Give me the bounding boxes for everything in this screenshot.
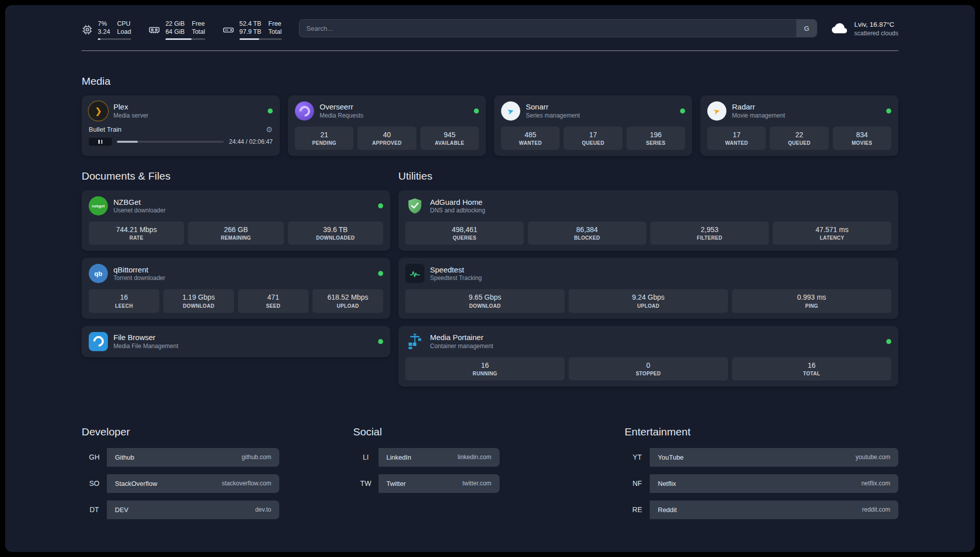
stat-queued: 17 QUEUED xyxy=(564,127,622,150)
service-name: Media Portainer xyxy=(430,332,493,343)
disk-icon xyxy=(222,24,234,36)
search-provider-button[interactable]: G xyxy=(797,20,817,37)
service-description: Usenet downloader xyxy=(113,207,165,215)
stat-wanted: 17 WANTED xyxy=(707,127,766,150)
disk-progress-bar xyxy=(239,38,282,40)
stat-download: 9.65 Gbps DOWNLOAD xyxy=(405,289,565,312)
memory-total: 64 GiB xyxy=(165,28,185,36)
dashboard-panel: 7% 3.24 CPU Load xyxy=(5,5,975,552)
bookmark-domain: twitter.com xyxy=(462,480,499,487)
service-name: Overseerr xyxy=(320,102,363,112)
section-title-entertainment: Entertainment xyxy=(625,426,898,438)
status-dot xyxy=(680,108,685,114)
nzbget-icon: nzbget xyxy=(89,196,108,215)
disk-label-top: Free xyxy=(268,20,281,28)
bookmark-twitter[interactable]: TW Twitter twitter.com xyxy=(353,474,500,493)
memory-icon xyxy=(148,24,160,36)
now-playing-widget: Bullet Train ⚙ 24:44 / 02:06:47 xyxy=(89,126,273,146)
playback-time: 24:44 / 02:06:47 xyxy=(229,138,273,145)
bookmark-linkedin[interactable]: LI LinkedIn linkedin.com xyxy=(353,448,500,467)
memory-label-top: Free xyxy=(192,20,205,28)
service-name: NZBGet xyxy=(113,197,165,207)
stat-leech: 16 LEECH xyxy=(89,289,159,312)
service-card-portainer[interactable]: Media Portainer Container management 16 … xyxy=(398,326,898,386)
stat-filtered: 2,953 FILTERED xyxy=(650,221,769,245)
service-card-qbittorrent[interactable]: qb qBittorrent Torrent downloader 16 LEE… xyxy=(82,258,390,318)
bookmark-domain: netflix.com xyxy=(862,480,898,487)
sonarr-icon: ➤ xyxy=(501,101,520,121)
service-description: Series management xyxy=(526,112,580,120)
service-name: Radarr xyxy=(732,102,785,112)
disk-total: 97.9 TB xyxy=(239,28,262,36)
service-description: Torrent downloader xyxy=(113,274,165,283)
status-dot xyxy=(886,339,891,344)
seek-bar[interactable] xyxy=(117,141,224,143)
bookmark-dev[interactable]: DT DEV dev.to xyxy=(82,500,279,519)
disk-widget: 52.4 TB 97.9 TB Free Total xyxy=(222,20,282,40)
section-title-social: Social xyxy=(353,426,625,438)
stat-movies: 834 MOVIES xyxy=(833,127,891,150)
portainer-icon xyxy=(405,332,424,351)
radarr-icon: ➤ xyxy=(707,101,726,121)
service-card-sonarr[interactable]: ➤ Sonarr Series management 485 WANTED 17… xyxy=(494,95,692,156)
pause-button[interactable] xyxy=(89,138,112,146)
cpu-label-bottom: Load xyxy=(117,28,131,36)
memory-label-bottom: Total xyxy=(192,28,205,36)
overseerr-icon xyxy=(295,101,314,121)
bookmark-name: DEV xyxy=(107,506,129,514)
cpu-icon xyxy=(82,24,93,35)
search-input[interactable] xyxy=(299,20,797,37)
stat-blocked: 86,384 BLOCKED xyxy=(528,221,646,245)
bookmark-reddit[interactable]: RE Reddit reddit.com xyxy=(625,500,898,519)
stat-upload: 618.52 Mbps UPLOAD xyxy=(313,289,383,312)
bookmark-github[interactable]: GH Github github.com xyxy=(82,448,279,467)
memory-free: 22 GiB xyxy=(165,20,185,28)
stat-available: 945 AVAILABLE xyxy=(420,127,479,150)
stat-remaining: 266 GB REMAINING xyxy=(188,221,283,245)
qbittorrent-icon: qb xyxy=(89,264,108,283)
service-card-plex[interactable]: ❯ Plex Media server Bullet Train ⚙ xyxy=(82,95,280,156)
service-name: File Browser xyxy=(113,332,178,343)
bookmark-name: Twitter xyxy=(379,480,406,487)
bookmark-group-entertainment: Entertainment YT YouTube youtube.com NF … xyxy=(625,426,898,527)
bookmark-youtube[interactable]: YT YouTube youtube.com xyxy=(625,448,898,467)
service-name: qBittorrent xyxy=(113,265,165,275)
bookmark-abbr: TW xyxy=(353,474,379,493)
weather-location: Lviv, 16.87°C xyxy=(854,20,898,29)
stat-queued: 22 QUEUED xyxy=(770,127,828,150)
bookmark-abbr: DT xyxy=(82,500,107,519)
bookmark-netflix[interactable]: NF Netflix netflix.com xyxy=(625,474,898,493)
service-card-speedtest[interactable]: Speedtest Speedtest Tracking 9.65 Gbps D… xyxy=(398,258,898,318)
documents-group: Documents & Files nzbget NZBGet Usenet d… xyxy=(82,170,390,364)
bookmark-abbr: RE xyxy=(625,500,650,519)
service-card-adguard[interactable]: AdGuard Home DNS and adblocking 498,461 … xyxy=(398,190,898,251)
search-bar: G xyxy=(299,19,817,37)
bookmark-stackoverflow[interactable]: SO StackOverflow stackoverflow.com xyxy=(82,474,279,493)
now-playing-title: Bullet Train xyxy=(89,126,121,133)
memory-progress-bar xyxy=(165,38,205,40)
bookmark-group-social: Social LI LinkedIn linkedin.com TW Twitt… xyxy=(353,426,625,527)
stat-rate: 744.21 Mbps RATE xyxy=(89,221,184,245)
service-description: Media File Management xyxy=(113,343,178,351)
adguard-icon xyxy=(405,196,424,215)
bookmark-abbr: GH xyxy=(82,448,107,467)
cloud-icon xyxy=(830,21,849,37)
bookmark-domain: reddit.com xyxy=(862,506,898,513)
service-card-nzbget[interactable]: nzbget NZBGet Usenet downloader 744.21 M… xyxy=(82,190,390,251)
service-card-filebrowser[interactable]: File Browser Media File Management xyxy=(82,326,390,357)
service-card-radarr[interactable]: ➤ Radarr Movie management 17 WANTED 22 Q… xyxy=(700,95,898,156)
disk-label-bottom: Total xyxy=(268,28,281,36)
bookmark-domain: github.com xyxy=(241,454,279,461)
settings-gear-icon[interactable]: ⚙ xyxy=(266,126,273,133)
service-description: Media server xyxy=(113,112,148,120)
cpu-widget: 7% 3.24 CPU Load xyxy=(82,20,131,40)
stat-seed: 471 SEED xyxy=(238,289,309,312)
service-name: AdGuard Home xyxy=(430,197,485,207)
stat-download: 1.19 Gbps DOWNLOAD xyxy=(163,289,234,312)
stat-downloaded: 39.6 TB DOWNLOADED xyxy=(288,221,383,245)
service-name: Plex xyxy=(113,102,148,112)
stat-ping: 0.993 ms PING xyxy=(732,289,891,312)
service-card-overseerr[interactable]: Overseerr Media Requests 21 PENDING 40 A… xyxy=(288,95,486,156)
disk-free: 52.4 TB xyxy=(239,20,262,28)
status-dot xyxy=(268,108,273,114)
